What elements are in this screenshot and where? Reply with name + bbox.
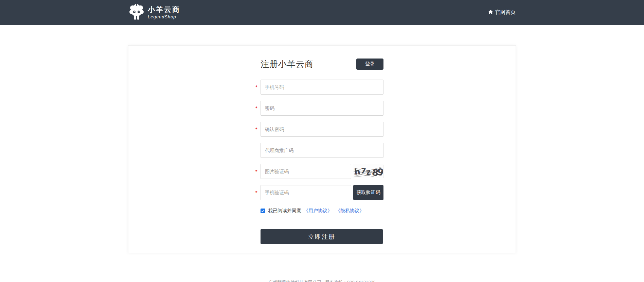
required-star: *: [255, 105, 257, 111]
required-star: *: [255, 127, 257, 132]
captcha-char: z: [365, 167, 371, 177]
captcha-char: h: [354, 167, 361, 177]
captcha-image[interactable]: h 7 z 8 9: [353, 165, 383, 178]
navbar-container: 小羊云商 LegendShop 官网首页: [128, 0, 516, 25]
field-row-password: *: [261, 101, 383, 116]
field-row-image-captcha: * h 7: [261, 164, 383, 179]
page-title: 注册小羊云商: [261, 59, 314, 70]
home-icon: [488, 10, 493, 16]
official-home-link[interactable]: 官网首页: [488, 9, 516, 16]
brand-subtitle: LegendShop: [148, 15, 180, 19]
confirm-password-input[interactable]: [261, 122, 383, 137]
top-navbar: 小羊云商 LegendShop 官网首页: [0, 0, 644, 25]
login-button[interactable]: 登录: [356, 59, 383, 70]
mobile-input[interactable]: [261, 80, 383, 95]
agreement-checkbox[interactable]: [261, 209, 265, 213]
check-icon: [261, 210, 265, 212]
footer-company-line: 广州朗尊软件科技有限公司 服务热线：020-84131336: [0, 279, 644, 282]
brand-text: 小羊云商 LegendShop: [148, 6, 180, 19]
password-input[interactable]: [261, 101, 383, 116]
required-star: *: [255, 190, 257, 195]
field-row-mobile: *: [261, 80, 383, 95]
sheep-logo-icon: [128, 3, 145, 22]
required-star: *: [255, 169, 257, 174]
page-footer: 广州朗尊软件科技有限公司 服务热线：020-84131336 Copyright…: [0, 265, 644, 282]
sms-code-input[interactable]: [261, 185, 351, 200]
register-form: 注册小羊云商 登录 * * * * *: [261, 46, 383, 244]
title-row: 注册小羊云商 登录: [261, 58, 383, 70]
get-code-button[interactable]: 获取验证码: [353, 185, 383, 200]
agreement-row: 我已阅读并同意 《用户协议》 《隐私协议》: [261, 208, 383, 214]
field-row-agent-promo-code: *: [261, 143, 383, 158]
agreement-text: 我已阅读并同意: [268, 208, 301, 214]
image-captcha-input[interactable]: [261, 164, 351, 179]
field-row-confirm-password: *: [261, 122, 383, 137]
register-submit-button[interactable]: 立即注册: [261, 229, 383, 244]
agent-promo-code-input[interactable]: [261, 143, 383, 158]
field-row-sms-code: * 获取验证码: [261, 185, 383, 200]
register-card: 注册小羊云商 登录 * * * * *: [128, 45, 516, 253]
user-agreement-link[interactable]: 《用户协议》: [304, 208, 332, 214]
field-list: * * * * *: [261, 80, 383, 200]
home-link-label: 官网首页: [495, 9, 516, 16]
required-star: *: [255, 84, 257, 90]
brand-name: 小羊云商: [148, 6, 180, 13]
privacy-agreement-link[interactable]: 《隐私协议》: [336, 208, 364, 214]
brand-logo[interactable]: 小羊云商 LegendShop: [128, 3, 180, 22]
